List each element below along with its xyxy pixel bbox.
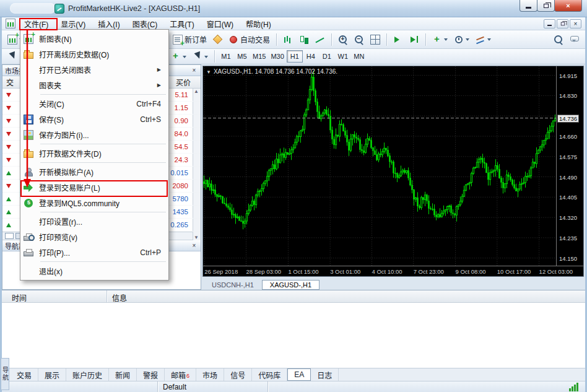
menu-item-label: 打印预览(v) <box>39 232 77 242</box>
close-button[interactable]: × <box>554 0 582 12</box>
menu-item[interactable]: 保存(S)Ctrl+S <box>20 111 168 127</box>
bottom-tab-5[interactable]: 警报 <box>137 368 165 381</box>
menu-item[interactable]: 打开数据文件夹(D) <box>20 146 168 161</box>
autotrading-button[interactable]: 自动交易 <box>225 32 273 47</box>
titlebar[interactable]: ProfitMarketHK-Live2 - [XAGUSD-,H1] × <box>0 0 587 17</box>
scroll-down-icon[interactable]: ▼ <box>194 235 199 240</box>
cursor-tool-button[interactable] <box>4 49 20 64</box>
timeframe-m30[interactable]: M30 <box>268 50 286 63</box>
community-button[interactable] <box>567 32 583 47</box>
menu-item[interactable]: 开新模拟帐户(A) <box>20 164 168 180</box>
zoom-out-button[interactable] <box>351 32 367 47</box>
menu-item[interactable]: 打开离线历史数据(O) <box>20 46 168 62</box>
menu-item[interactable]: 打开已关闭图表▶ <box>20 62 168 77</box>
candlestick-chart-button[interactable] <box>296 32 312 47</box>
menu-item[interactable]: 保存为图片(i)... <box>20 127 168 142</box>
bottom-tab-4[interactable]: 新闻 <box>109 368 137 381</box>
tab-label: 市场 <box>202 370 217 380</box>
timeframe-d1[interactable]: D1 <box>319 50 335 63</box>
chart-window[interactable]: ▼XAGUSD-,H1. 14.708 14.736 14.702 14.736… <box>202 66 584 277</box>
time-axis-label: 4 Oct 10:00 <box>372 268 402 275</box>
terminal-panel: 时间 信息 <box>2 290 585 368</box>
bottom-tab-10[interactable]: EA <box>287 368 311 381</box>
bottom-tab-1[interactable]: 交易 <box>11 368 38 381</box>
menubar-item-5[interactable]: 工具(T) <box>163 17 200 31</box>
menu-item[interactable]: 图表夹▶ <box>20 77 168 93</box>
bar-chart-button[interactable] <box>280 32 296 47</box>
menu-item[interactable]: 打印预览(v) <box>20 229 168 245</box>
new-order-label: 新订单 <box>185 34 207 45</box>
time-axis[interactable]: 26 Sep 201828 Sep 03:001 Oct 15:003 Oct … <box>203 266 583 276</box>
chevron-down-icon <box>466 38 469 43</box>
menu-item[interactable]: 打印设置(r)... <box>20 214 168 229</box>
zoom-in-button[interactable] <box>335 32 351 47</box>
bottom-tab-8[interactable]: 信号 <box>224 368 252 381</box>
metaeditor-button[interactable] <box>210 32 225 47</box>
new-chart-icon <box>7 35 17 45</box>
menu-item[interactable]: 新图表(N) <box>20 31 168 46</box>
menubar-item-7[interactable]: 帮助(H) <box>240 17 277 31</box>
collapse-icon[interactable]: ▼ <box>206 69 211 75</box>
minimize-button[interactable] <box>520 0 537 12</box>
minimize-icon <box>547 25 552 26</box>
cursor-icon <box>7 51 17 61</box>
chart-shift-button[interactable] <box>406 32 422 47</box>
menu-item[interactable]: 关闭(C)Ctrl+F4 <box>20 96 168 111</box>
bottom-tab-3[interactable]: 账户历史 <box>66 368 109 381</box>
bottom-tab-9[interactable]: 代码库 <box>252 368 287 381</box>
periods-button[interactable] <box>451 32 472 47</box>
menu-item[interactable]: 退出(x) <box>20 263 168 279</box>
line-chart-button[interactable] <box>312 32 328 47</box>
price-axis-label: 14.150 <box>559 255 577 262</box>
menu-item[interactable]: 登录到MQL5.community <box>20 195 168 211</box>
timeframe-m5[interactable]: M5 <box>234 50 250 63</box>
mdi-minimize-button[interactable] <box>544 19 555 28</box>
new-order-button[interactable]: 新订单 <box>170 32 210 47</box>
chart-tab-1[interactable]: USDCNH-,H1 <box>204 280 262 290</box>
tab-symbols[interactable] <box>5 233 14 239</box>
price-cell: 24.3 <box>175 156 188 163</box>
time-column-header[interactable]: 时间 <box>2 290 107 302</box>
timeframe-mn[interactable]: MN <box>351 50 367 63</box>
bottom-tab-11[interactable]: 日志 <box>311 368 339 381</box>
timeframe-w1[interactable]: W1 <box>335 50 351 63</box>
bottom-tab-6[interactable]: 邮箱6 <box>165 368 196 381</box>
ask-column-header[interactable]: 买价 <box>176 77 191 87</box>
templates-icon <box>476 35 485 45</box>
restore-button[interactable] <box>537 0 555 12</box>
price-axis[interactable]: 14.91514.83014.74514.66014.57514.49014.4… <box>556 66 583 266</box>
auto-scroll-button[interactable] <box>390 32 406 47</box>
bottom-tab-7[interactable]: 市场 <box>196 368 224 381</box>
time-axis-label: 26 Sep 2018 <box>204 268 238 275</box>
mdi-restore-button[interactable] <box>557 19 568 28</box>
chart-tab-2[interactable]: XAGUSD-,H1 <box>262 280 320 290</box>
tile-windows-button[interactable] <box>367 32 383 47</box>
market-watch-close-icon[interactable]: × <box>190 66 198 74</box>
down-arrow-icon <box>6 132 11 136</box>
tab-label: 新闻 <box>115 370 130 380</box>
clock-icon <box>454 35 464 45</box>
menubar-item-6[interactable]: 窗口(W) <box>201 17 240 31</box>
menu-item[interactable]: 打印(P)...Ctrl+P <box>20 245 168 260</box>
time-axis-label: 1 Oct 15:00 <box>288 268 318 275</box>
timeframe-h4[interactable]: H4 <box>303 50 319 63</box>
price-cell: 84.0 <box>175 130 188 137</box>
chart-header: ▼XAGUSD-,H1. 14.708 14.736 14.702 14.736… <box>206 68 337 75</box>
chart-document-icon <box>6 19 15 28</box>
templates-button[interactable] <box>472 32 494 47</box>
navigator-collapsed-tab[interactable]: 导航 <box>1 358 9 390</box>
timeframe-m15[interactable]: M15 <box>250 50 268 63</box>
message-column-header[interactable]: 信息 <box>107 290 585 302</box>
symbol-column-header[interactable]: 交 <box>2 77 14 87</box>
statusbar-profile[interactable]: Default <box>158 381 268 392</box>
timeframe-m1[interactable]: M1 <box>218 50 234 63</box>
mdi-close-button[interactable]: × <box>570 19 581 28</box>
crosshair-button[interactable] <box>189 49 211 64</box>
timeframe-h1[interactable]: H1 <box>287 50 303 63</box>
search-button[interactable] <box>550 32 567 47</box>
add-object-button[interactable] <box>168 49 189 64</box>
bottom-tab-2[interactable]: 展示 <box>38 368 66 381</box>
navigator-close-icon[interactable]: × <box>190 242 198 250</box>
indicators-button[interactable] <box>429 32 451 47</box>
candlestick-chart[interactable] <box>203 66 556 266</box>
